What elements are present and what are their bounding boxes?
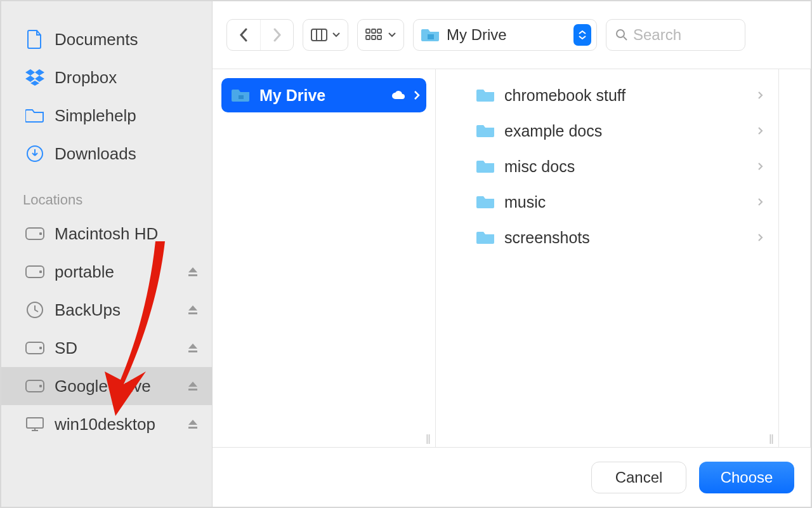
folder-icon: [421, 27, 440, 43]
choose-button[interactable]: Choose: [699, 462, 794, 493]
column-resize-handle[interactable]: ǁ: [765, 429, 779, 447]
svg-rect-2: [39, 232, 42, 235]
eject-icon[interactable]: [185, 380, 200, 392]
location-selector[interactable]: My Drive: [413, 19, 597, 51]
svg-rect-10: [27, 418, 43, 428]
sidebar-item-label: Downloads: [55, 144, 200, 164]
column-item[interactable]: chromebook stuff: [466, 78, 769, 112]
sidebar-item-sd[interactable]: SD: [1, 329, 212, 367]
sidebar-item-simplehelp[interactable]: Simplehelp: [1, 97, 212, 135]
sidebar-item-label: SD: [55, 338, 185, 358]
column-item[interactable]: misc docs: [466, 149, 769, 184]
column-item-label: screenshots: [504, 229, 750, 247]
sidebar-item-downloads[interactable]: Downloads: [1, 135, 212, 173]
download-icon: [23, 145, 47, 163]
svg-rect-20: [239, 95, 244, 99]
svg-rect-7: [39, 347, 42, 349]
sidebar-item-label: Simplehelp: [55, 106, 200, 126]
svg-rect-12: [366, 29, 370, 33]
chevron-right-icon: [757, 162, 763, 171]
sidebar-item-label: Macintosh HD: [55, 224, 200, 244]
sidebar-item-win10desktop[interactable]: win10desktop: [1, 405, 212, 443]
computer-icon: [23, 417, 47, 432]
sidebar-item-documents[interactable]: Documents: [1, 20, 212, 58]
svg-point-19: [617, 30, 624, 37]
svg-rect-11: [311, 29, 327, 41]
column-item[interactable]: music: [466, 185, 769, 219]
column-item-my-drive[interactable]: My Drive: [221, 78, 426, 112]
toolbar: My Drive Search: [213, 1, 811, 69]
folder-icon: [230, 88, 252, 103]
sidebar-item-backups[interactable]: BackUps: [1, 291, 212, 329]
svg-rect-14: [377, 29, 381, 33]
sidebar-item-label: Documents: [55, 30, 200, 50]
column-resize-handle[interactable]: ǁ: [422, 429, 436, 447]
disk-icon: [23, 265, 47, 278]
grid-icon: [365, 29, 383, 41]
column-item-label: chromebook stuff: [504, 86, 750, 105]
column-3: [779, 69, 811, 447]
nav-group: [226, 19, 294, 51]
columns-icon: [311, 29, 327, 41]
sidebar-item-label: BackUps: [55, 300, 185, 320]
svg-rect-13: [372, 29, 376, 33]
cancel-button[interactable]: Cancel: [591, 462, 686, 493]
sidebar-item-portable[interactable]: portable: [1, 253, 212, 291]
folder-icon: [475, 123, 497, 138]
column-1: My Drive ǁ: [213, 69, 436, 447]
eject-icon[interactable]: [185, 418, 200, 430]
eject-icon[interactable]: [185, 266, 200, 277]
svg-rect-17: [377, 36, 381, 39]
column-view: My Drive ǁ chromebook stuff: [213, 69, 811, 447]
column-2: chromebook stuff example docs misc docs …: [436, 69, 779, 447]
column-item-label: My Drive: [259, 86, 383, 105]
folder-icon: [475, 194, 497, 210]
chevron-right-icon: [757, 197, 763, 206]
column-item-label: music: [504, 193, 750, 211]
dialog-footer: Cancel Choose: [213, 447, 811, 507]
main-panel: My Drive Search My Drive: [212, 1, 811, 507]
search-placeholder: Search: [633, 26, 681, 44]
chevron-right-icon: [757, 233, 763, 242]
column-item-label: misc docs: [504, 157, 750, 176]
eject-icon[interactable]: [185, 342, 200, 354]
chevron-down-icon: [332, 32, 340, 37]
folder-icon: [475, 159, 497, 174]
sidebar-item-label: Google Drive: [55, 377, 185, 396]
disk-icon: [23, 342, 47, 354]
folder-icon: [475, 88, 497, 103]
chevron-down-icon: [388, 32, 396, 37]
folder-icon: [23, 108, 47, 123]
back-button[interactable]: [227, 20, 260, 50]
search-input[interactable]: Search: [606, 19, 745, 51]
column-item-label: example docs: [504, 122, 750, 140]
chevron-right-icon: [757, 126, 763, 135]
svg-rect-18: [428, 34, 434, 39]
sidebar-item-google-drive[interactable]: Google Drive: [1, 367, 212, 405]
view-columns-button[interactable]: [303, 19, 348, 51]
disk-icon: [23, 380, 47, 392]
document-icon: [23, 30, 47, 49]
svg-rect-15: [366, 36, 370, 39]
sidebar-item-label: win10desktop: [55, 415, 185, 434]
column-item[interactable]: example docs: [466, 114, 769, 148]
group-by-button[interactable]: [357, 19, 404, 51]
timemachine-icon: [23, 301, 47, 319]
eject-icon[interactable]: [185, 304, 200, 316]
search-icon: [615, 29, 628, 41]
folder-icon: [475, 230, 497, 245]
location-stepper-icon: [573, 24, 591, 46]
chevron-right-icon: [757, 91, 763, 100]
disk-icon: [23, 227, 47, 240]
sidebar-item-label: Dropbox: [55, 68, 200, 88]
dropbox-icon: [23, 69, 47, 86]
sidebar-item-macintosh-hd[interactable]: Macintosh HD: [1, 215, 212, 253]
forward-button[interactable]: [260, 20, 293, 50]
location-label: My Drive: [447, 26, 567, 44]
sidebar: Documents Dropbox Simplehelp Downloads L…: [1, 1, 212, 507]
sidebar-item-label: portable: [55, 262, 185, 282]
cloud-icon: [391, 90, 406, 100]
column-item[interactable]: screenshots: [466, 220, 769, 255]
sidebar-item-dropbox[interactable]: Dropbox: [1, 58, 212, 97]
file-chooser-window: Documents Dropbox Simplehelp Downloads L…: [1, 1, 811, 507]
